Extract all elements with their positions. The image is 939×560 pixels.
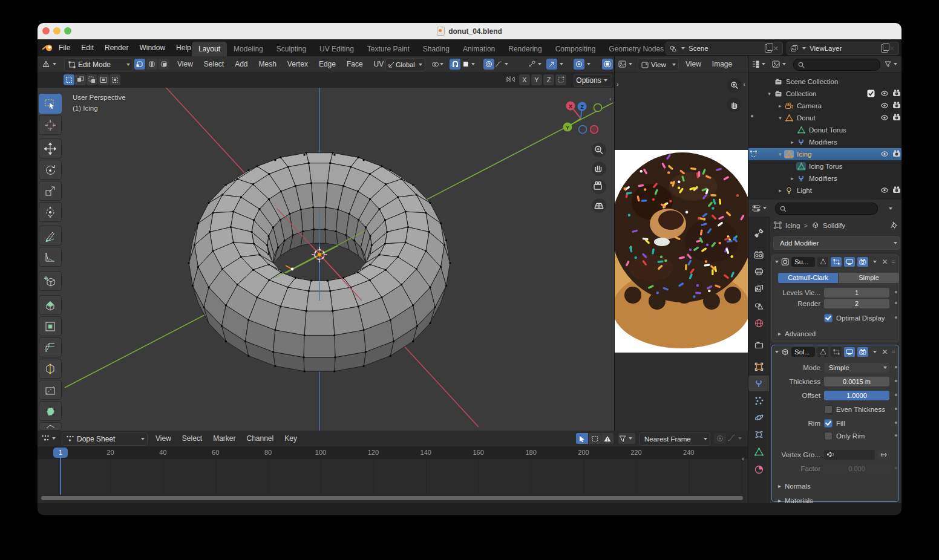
show-on-cage-toggle[interactable] <box>817 257 828 267</box>
viewlayer-selector[interactable]: ViewLayer ✕ <box>787 42 899 55</box>
show-in-render-toggle[interactable] <box>857 347 868 357</box>
modifier-name-field[interactable]: Su... <box>791 257 815 267</box>
workspace-tab[interactable]: Shading <box>416 42 456 56</box>
tab-constraints[interactable] <box>748 426 769 442</box>
mirror-axis-button[interactable]: X <box>519 74 530 85</box>
snap-target-dropdown[interactable] <box>462 59 479 70</box>
show-in-render-toggle[interactable] <box>857 257 868 267</box>
editor-type-properties-icon[interactable] <box>751 203 770 213</box>
tab-object[interactable] <box>748 359 769 374</box>
row-label[interactable]: Donut Torus <box>809 126 846 134</box>
mode-dropdown[interactable]: Edit Mode <box>64 58 133 71</box>
proportional-falloff-dropdown[interactable] <box>495 59 511 70</box>
animate-dot[interactable] <box>895 394 897 396</box>
knife-tool[interactable] <box>39 380 62 400</box>
simple-subdiv-button[interactable]: Simple <box>839 273 899 283</box>
tab-render[interactable] <box>748 247 769 262</box>
animate-dot[interactable] <box>895 366 897 368</box>
disable-in-renders-camera-icon[interactable] <box>892 114 901 122</box>
show-in-viewport-toggle[interactable] <box>844 257 855 267</box>
viewlayer-name[interactable]: ViewLayer <box>808 45 877 52</box>
select-mode-extend-button[interactable] <box>75 74 86 85</box>
catmull-clark-button[interactable]: Catmull-Clark <box>778 273 838 283</box>
only-selected-toggle-icon[interactable] <box>576 433 588 444</box>
image-pan-hand-button[interactable] <box>727 97 741 112</box>
proportional-editing-toggle-icon[interactable] <box>483 59 494 70</box>
overlays-toggle-group[interactable] <box>574 59 593 70</box>
select-box-tool[interactable] <box>39 94 62 114</box>
row-label[interactable]: Scene Collection <box>786 78 838 85</box>
annotate-tool[interactable] <box>39 226 62 246</box>
region-collapse-chevron[interactable]: ‹ <box>743 80 745 88</box>
rim-fill-checkbox[interactable] <box>824 419 833 428</box>
options-dropdown[interactable]: Options <box>574 74 612 87</box>
levels-viewport-field[interactable]: 1 <box>824 288 889 298</box>
scene-unlink-icon[interactable]: ✕ <box>773 45 779 53</box>
viewport-menu-item[interactable]: Select <box>198 56 229 72</box>
thickness-field[interactable]: 0.0015 m <box>824 377 889 386</box>
only-errors-warning-icon[interactable] <box>601 433 613 444</box>
viewport-menu-item[interactable]: Add <box>229 56 253 72</box>
animate-dot[interactable] <box>895 291 897 293</box>
workspace-tab[interactable]: Sculpting <box>270 42 313 56</box>
topbar-menu-item[interactable]: File <box>53 39 76 56</box>
animate-dot[interactable] <box>895 434 897 437</box>
gizmo-arrow-icon[interactable] <box>546 59 557 70</box>
offset-slider[interactable]: 1.0000 <box>824 391 889 400</box>
snap-individual-icon[interactable] <box>555 74 566 85</box>
measure-tool[interactable] <box>39 247 62 267</box>
select-mode-invert-button[interactable] <box>98 74 109 85</box>
tab-object-data[interactable] <box>748 444 769 460</box>
animate-dot[interactable] <box>895 380 897 382</box>
viewlayer-copy-icon[interactable] <box>881 44 888 53</box>
scale-tool[interactable] <box>39 181 62 201</box>
tab-material[interactable] <box>748 461 769 477</box>
workspace-tab[interactable]: UV Editing <box>313 42 361 56</box>
mirror-axis-button[interactable]: Y <box>531 74 542 85</box>
modifier-close-icon[interactable]: ✕ <box>882 258 888 266</box>
tab-collection[interactable] <box>748 337 769 353</box>
tab-view-layer[interactable] <box>748 281 769 296</box>
even-thickness-checkbox[interactable] <box>824 405 833 414</box>
expander-triangle[interactable]: ▸ <box>788 139 796 145</box>
poly-build-tool[interactable] <box>39 401 62 421</box>
disable-in-renders-camera-icon[interactable] <box>892 102 901 110</box>
breadcrumb-modifier[interactable]: Solidify <box>823 222 845 229</box>
outliner-row[interactable]: Scene Collection <box>748 76 901 88</box>
filter-funnel-icon[interactable] <box>618 433 635 444</box>
image-editor-menu-item[interactable]: Image <box>707 56 738 72</box>
image-editor-menu-item[interactable]: View <box>680 56 707 72</box>
region-expand-chevron[interactable]: › <box>617 80 619 88</box>
image-editor[interactable]: View ViewImage › ‹ <box>615 56 748 431</box>
workspace-tab[interactable]: Texture Paint <box>361 42 416 56</box>
scene-browse-chevron[interactable] <box>681 47 685 50</box>
panel-collapse-chevron[interactable] <box>775 351 779 353</box>
editor-type-outliner-icon[interactable] <box>751 59 768 70</box>
tab-tool[interactable] <box>748 225 769 241</box>
outliner-row[interactable]: Donut Torus <box>748 124 901 136</box>
viewport-shading-solid-icon[interactable] <box>602 59 613 70</box>
loop-cut-tool[interactable] <box>39 359 62 379</box>
hide-in-viewport-eye-icon[interactable] <box>880 90 889 98</box>
tab-physics[interactable] <box>748 409 769 425</box>
workspace-tab[interactable]: Modeling <box>227 42 270 56</box>
viewport-menu-item[interactable]: Face <box>341 56 368 72</box>
vertex-group-field[interactable] <box>824 450 875 460</box>
outliner-row[interactable]: ▾ Icing <box>748 148 901 160</box>
bevel-tool[interactable] <box>39 337 62 357</box>
row-label[interactable]: Modifiers <box>809 175 837 182</box>
disable-in-renders-camera-icon[interactable] <box>892 186 901 195</box>
disable-in-renders-camera-icon[interactable] <box>892 90 901 98</box>
pivot-point-dropdown[interactable] <box>430 59 445 70</box>
rotate-tool[interactable] <box>39 160 62 180</box>
animate-dot[interactable] <box>895 408 897 410</box>
topbar-menu-item[interactable]: Window <box>134 39 171 56</box>
row-label[interactable]: Icing Torus <box>809 163 842 170</box>
hide-in-viewport-eye-icon[interactable] <box>880 150 889 158</box>
scene-name[interactable]: Scene <box>687 45 761 52</box>
current-frame-indicator[interactable]: 1 <box>53 448 68 458</box>
viewlayer-browse-chevron[interactable] <box>802 47 806 50</box>
move-tool[interactable] <box>39 138 62 158</box>
collection-checkbox[interactable] <box>867 90 875 98</box>
region-collapse-chevron[interactable]: ‹ <box>742 455 744 462</box>
